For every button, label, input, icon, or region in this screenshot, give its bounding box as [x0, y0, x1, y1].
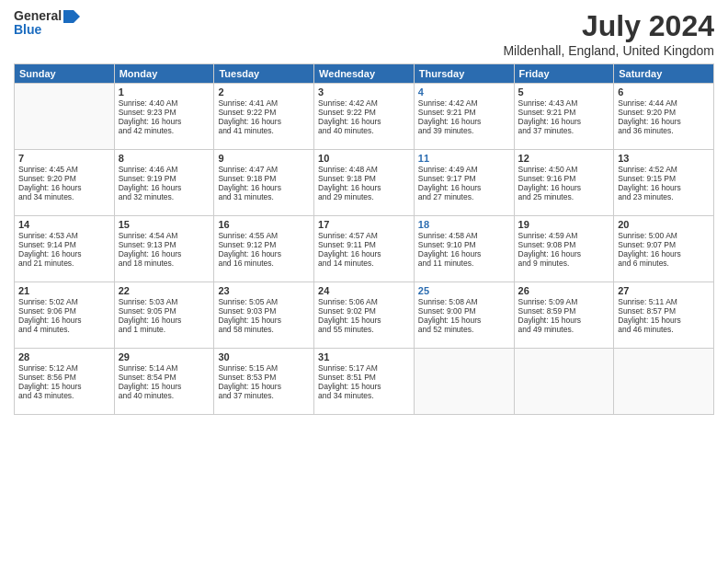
day-info: and 42 minutes.: [119, 126, 210, 135]
calendar: SundayMondayTuesdayWednesdayThursdayFrid…: [14, 63, 714, 415]
day-info: Sunrise: 4:49 AM: [418, 165, 510, 174]
day-info: Daylight: 16 hours: [418, 249, 510, 259]
day-info: Daylight: 16 hours: [18, 316, 110, 325]
day-info: Sunrise: 4:40 AM: [119, 98, 210, 108]
day-info: Sunrise: 4:58 AM: [418, 231, 510, 240]
day-info: and 55 minutes.: [318, 325, 410, 334]
day-info: Daylight: 16 hours: [318, 117, 410, 126]
day-info: Daylight: 16 hours: [119, 117, 210, 126]
day-info: Sunset: 9:20 PM: [618, 108, 710, 117]
day-cell: 14Sunrise: 4:53 AMSunset: 9:14 PMDayligh…: [15, 216, 115, 282]
day-info: and 31 minutes.: [218, 192, 310, 201]
day-info: and 43 minutes.: [18, 391, 110, 400]
day-info: Sunrise: 4:50 AM: [518, 165, 610, 174]
day-cell: 7Sunrise: 4:45 AMSunset: 9:20 PMDaylight…: [15, 150, 115, 216]
day-info: Sunset: 9:22 PM: [218, 108, 310, 117]
day-info: and 9 minutes.: [518, 259, 610, 268]
subtitle: Mildenhall, England, United Kingdom: [503, 43, 714, 58]
day-info: Daylight: 16 hours: [119, 316, 210, 325]
day-info: Sunrise: 5:03 AM: [119, 297, 210, 306]
day-cell: 10Sunrise: 4:48 AMSunset: 9:18 PMDayligh…: [314, 150, 415, 216]
day-number: 24: [318, 285, 410, 296]
day-info: and 16 minutes.: [218, 259, 310, 268]
day-info: Sunset: 9:02 PM: [318, 306, 410, 316]
day-cell: 12Sunrise: 4:50 AMSunset: 9:16 PMDayligh…: [514, 150, 614, 216]
day-info: and 1 minute.: [119, 325, 210, 334]
day-info: Daylight: 15 hours: [119, 382, 210, 391]
day-info: Sunrise: 5:00 AM: [618, 231, 710, 240]
day-number: 5: [518, 86, 610, 98]
day-info: and 27 minutes.: [418, 192, 510, 201]
logo-icon: [63, 10, 80, 23]
day-number: 26: [518, 285, 610, 296]
week-row-4: 21Sunrise: 5:02 AMSunset: 9:06 PMDayligh…: [15, 282, 714, 349]
day-info: Daylight: 15 hours: [218, 316, 310, 325]
day-info: Daylight: 16 hours: [518, 117, 610, 126]
day-info: Sunrise: 5:15 AM: [218, 363, 310, 373]
day-info: Sunset: 9:12 PM: [218, 240, 310, 249]
col-header-thursday: Thursday: [414, 64, 514, 84]
day-cell: 5Sunrise: 4:43 AMSunset: 9:21 PMDaylight…: [514, 84, 614, 150]
day-number: 2: [218, 86, 310, 98]
day-info: and 52 minutes.: [418, 325, 510, 334]
day-info: Sunset: 9:19 PM: [119, 174, 210, 183]
day-info: Sunrise: 5:11 AM: [618, 297, 710, 306]
day-cell: 15Sunrise: 4:54 AMSunset: 9:13 PMDayligh…: [114, 216, 214, 282]
day-info: Daylight: 16 hours: [618, 249, 710, 259]
day-info: and 32 minutes.: [119, 192, 210, 201]
day-info: and 29 minutes.: [318, 192, 410, 201]
day-info: Sunset: 9:16 PM: [518, 174, 610, 183]
col-header-saturday: Saturday: [614, 64, 714, 84]
day-cell: 23Sunrise: 5:05 AMSunset: 9:03 PMDayligh…: [214, 282, 314, 349]
day-cell: 19Sunrise: 4:59 AMSunset: 9:08 PMDayligh…: [514, 216, 614, 282]
day-info: Daylight: 15 hours: [318, 316, 410, 325]
day-cell: 20Sunrise: 5:00 AMSunset: 9:07 PMDayligh…: [614, 216, 714, 282]
day-info: Sunset: 9:13 PM: [119, 240, 210, 249]
day-number: 11: [418, 153, 510, 164]
day-info: Sunrise: 5:09 AM: [518, 297, 610, 306]
day-cell: 3Sunrise: 4:42 AMSunset: 9:22 PMDaylight…: [314, 84, 415, 150]
day-info: and 41 minutes.: [218, 126, 310, 135]
day-info: and 39 minutes.: [418, 126, 510, 135]
day-info: Sunrise: 5:14 AM: [119, 363, 210, 373]
day-info: Daylight: 16 hours: [318, 183, 410, 192]
day-info: Daylight: 15 hours: [518, 316, 610, 325]
day-info: Sunset: 8:53 PM: [218, 373, 310, 382]
day-info: Sunset: 9:00 PM: [418, 306, 510, 316]
day-info: Sunrise: 4:45 AM: [18, 165, 110, 174]
day-info: Daylight: 16 hours: [518, 249, 610, 259]
day-info: Daylight: 15 hours: [318, 382, 410, 391]
day-cell: 21Sunrise: 5:02 AMSunset: 9:06 PMDayligh…: [15, 282, 115, 349]
day-number: 28: [18, 351, 110, 362]
day-cell: 8Sunrise: 4:46 AMSunset: 9:19 PMDaylight…: [114, 150, 214, 216]
day-info: and 23 minutes.: [618, 192, 710, 201]
svg-marker-0: [63, 10, 80, 23]
day-info: and 18 minutes.: [119, 259, 210, 268]
day-number: 4: [418, 86, 510, 98]
day-info: Sunrise: 4:57 AM: [318, 231, 410, 240]
day-number: 29: [119, 351, 210, 362]
day-cell: 6Sunrise: 4:44 AMSunset: 9:20 PMDaylight…: [614, 84, 714, 150]
day-cell: 29Sunrise: 5:14 AMSunset: 8:54 PMDayligh…: [114, 349, 214, 415]
day-info: Daylight: 15 hours: [18, 382, 110, 391]
day-cell: [514, 349, 614, 415]
day-info: Sunset: 9:20 PM: [18, 174, 110, 183]
day-cell: 4Sunrise: 4:42 AMSunset: 9:21 PMDaylight…: [414, 84, 514, 150]
day-info: Daylight: 16 hours: [218, 249, 310, 259]
day-info: Daylight: 16 hours: [18, 249, 110, 259]
day-info: Daylight: 16 hours: [518, 183, 610, 192]
day-info: Sunrise: 4:59 AM: [518, 231, 610, 240]
day-info: Sunset: 9:07 PM: [618, 240, 710, 249]
day-cell: [414, 349, 514, 415]
day-cell: 25Sunrise: 5:08 AMSunset: 9:00 PMDayligh…: [414, 282, 514, 349]
day-info: Sunset: 9:17 PM: [418, 174, 510, 183]
day-info: Sunrise: 5:02 AM: [18, 297, 110, 306]
day-number: 20: [618, 219, 710, 230]
col-header-wednesday: Wednesday: [314, 64, 415, 84]
day-number: 30: [218, 351, 310, 362]
day-info: Sunrise: 5:05 AM: [218, 297, 310, 306]
day-info: and 37 minutes.: [218, 391, 310, 400]
day-info: Sunset: 9:21 PM: [418, 108, 510, 117]
day-info: Sunset: 9:22 PM: [318, 108, 410, 117]
col-header-monday: Monday: [114, 64, 214, 84]
